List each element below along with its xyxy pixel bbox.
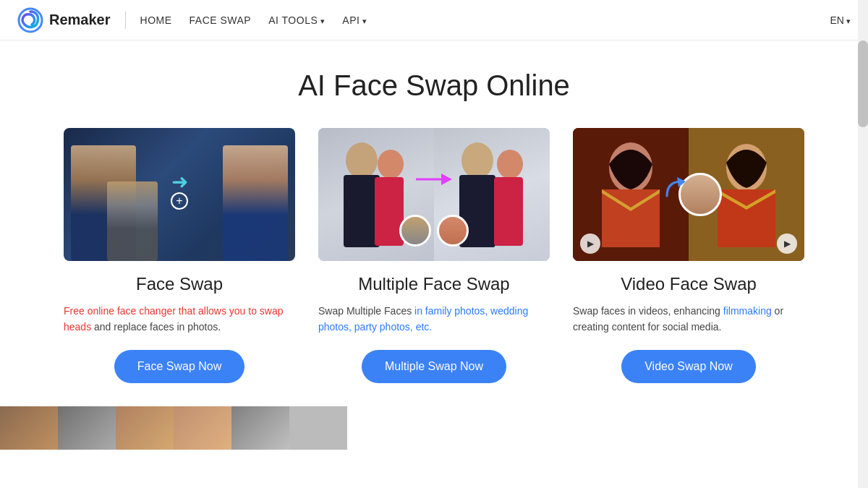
thumb-5: [231, 406, 289, 450]
nav-face-swap[interactable]: FACE SWAP: [190, 14, 252, 26]
logo-text: Remaker: [49, 12, 111, 28]
card-video-swap-title: Video Face Swap: [621, 274, 757, 294]
logo-icon: [17, 7, 43, 33]
card-multiple-swap: Multiple Face Swap Swap Multiple Faces i…: [318, 128, 550, 383]
nav-ai-tools[interactable]: AI TOOLS: [268, 14, 325, 26]
thumb-4: [174, 406, 231, 450]
svg-marker-17: [677, 177, 686, 187]
page-title: AI Face Swap Online: [43, 69, 825, 102]
card-face-swap-title: Face Swap: [136, 274, 223, 294]
figure-right: [223, 145, 288, 261]
face-circles: [399, 215, 469, 247]
card-video-swap-image: ▶ ▶: [573, 128, 804, 261]
desc-text-1: Swap Multiple Faces: [318, 305, 414, 317]
bottom-thumbnails: [0, 406, 868, 450]
card-face-swap: ➜ + Face Swap Free online face changer t…: [64, 128, 295, 383]
svg-rect-8: [494, 177, 523, 246]
card-multiple-swap-title: Multiple Face Swap: [358, 274, 509, 294]
nav-right: EN: [830, 14, 851, 26]
figure-left-small: [107, 181, 158, 261]
svg-rect-16: [718, 189, 775, 247]
svg-rect-2: [344, 175, 380, 247]
video-swap-now-button[interactable]: Video Swap Now: [621, 350, 756, 383]
nav-divider: [125, 12, 126, 29]
scrollbar-thumb[interactable]: [858, 40, 868, 127]
nav-home[interactable]: HOME: [140, 14, 172, 26]
desc-text-2: Swap faces in videos, enhancing: [573, 305, 723, 317]
nav-api[interactable]: API: [342, 14, 367, 26]
lang-selector[interactable]: EN: [830, 14, 851, 26]
svg-point-5: [461, 142, 493, 179]
desc-text: and replace faces in photos.: [94, 321, 221, 333]
main-content: AI Face Swap Online ➜ + Face Swap Free o…: [0, 40, 868, 450]
video-curve-arrow-icon: [660, 174, 689, 208]
desc-filmmaking: filmmaking: [723, 305, 772, 317]
card-multiple-swap-image: [318, 128, 550, 261]
play-button-left[interactable]: ▶: [580, 234, 600, 254]
logo-area[interactable]: Remaker: [17, 7, 111, 33]
plus-icon: +: [171, 192, 188, 210]
card-video-swap: ▶ ▶ Video Face Swap Swap faces in videos…: [573, 128, 804, 383]
play-button-right[interactable]: ▶: [777, 234, 797, 254]
face-avatar-woman: [437, 215, 469, 247]
card-video-swap-desc: Swap faces in videos, enhancing filmmaki…: [573, 303, 804, 335]
card-face-swap-desc: Free online face changer that allows you…: [64, 303, 295, 335]
cards-row: ➜ + Face Swap Free online face changer t…: [43, 128, 825, 383]
svg-point-1: [346, 142, 378, 179]
face-swap-now-button[interactable]: Face Swap Now: [114, 350, 245, 383]
multi-swap-arrow-icon: [416, 171, 452, 192]
face-avatar-man: [399, 215, 431, 247]
navbar: Remaker HOME FACE SWAP AI TOOLS API EN: [0, 0, 868, 40]
scrollbar[interactable]: [858, 0, 868, 488]
svg-point-3: [378, 150, 404, 179]
thumb-6: [289, 406, 347, 450]
card-face-swap-image: ➜ +: [64, 128, 295, 261]
pink-arrow-svg: [416, 171, 452, 188]
curved-arrow-svg: [660, 174, 689, 203]
multiple-swap-now-button[interactable]: Multiple Swap Now: [362, 350, 506, 383]
swap-arrow-icon: ➜: [171, 169, 188, 193]
svg-point-7: [497, 150, 523, 179]
nav-links: HOME FACE SWAP AI TOOLS API: [140, 14, 830, 26]
card-multiple-swap-desc: Swap Multiple Faces in family photos, we…: [318, 303, 550, 335]
svg-marker-10: [441, 174, 452, 185]
thumb-3: [116, 406, 174, 450]
thumb-2: [58, 406, 116, 450]
thumb-1: [0, 406, 58, 450]
